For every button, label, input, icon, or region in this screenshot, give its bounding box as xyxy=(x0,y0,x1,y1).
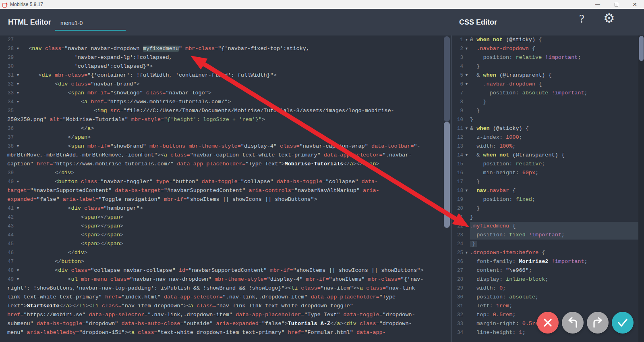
fold-arrow-icon[interactable]: ▼ xyxy=(463,35,470,44)
tab-menu1-0[interactable]: menu1-0 xyxy=(60,20,83,26)
code-row[interactable]: target="#navbarSupportedContent" data-bs… xyxy=(0,186,451,195)
code-row[interactable]: 7 position: absolute !important; xyxy=(451,89,638,98)
maximize-icon[interactable] xyxy=(607,0,625,9)
code-row[interactable]: 49▼ <ul mbr-menu class="navbar-nav nav-d… xyxy=(0,275,451,284)
fold-arrow-icon[interactable]: ▼ xyxy=(14,142,22,151)
code-row[interactable]: 31▼ <div mbr-class="{'container': !fullW… xyxy=(0,71,451,80)
code-row[interactable]: 16 min-height: 60px; xyxy=(451,169,638,177)
code-row[interactable]: expanded="false" aria-label="Toggle navi… xyxy=(0,195,451,204)
code-row[interactable]: 41▼ <div class="hamburger"> xyxy=(0,204,451,213)
code-row[interactable]: 47 </button> xyxy=(0,257,451,266)
fold-arrow-icon[interactable]: ▼ xyxy=(463,248,470,257)
code-row[interactable]: 12 z-index: 1000; xyxy=(451,133,638,142)
fold-arrow-icon[interactable]: ▼ xyxy=(463,71,470,80)
code-row[interactable]: 44 <span></span> xyxy=(0,231,451,240)
apply-button[interactable] xyxy=(612,312,634,334)
fold-arrow-icon[interactable]: ▼ xyxy=(14,275,22,284)
code-row[interactable]: 34▼ <a href="https://www.mobirise-tutori… xyxy=(0,98,451,106)
code-row[interactable]: 26 font-family: Moririse2 !important; xyxy=(451,257,638,266)
code-row[interactable]: 30 'collapsed':collapsed}"> xyxy=(0,62,451,71)
code-row[interactable]: right': !showButtons,'navbar-nav-top-pad… xyxy=(0,284,451,293)
code-row[interactable]: mbrBtnMove,-mbrBtnAdd,-mbrBtnRemove,-ico… xyxy=(0,151,451,160)
code-row[interactable]: 2▼ .navbar-dropdown { xyxy=(451,44,638,53)
settings-gear-icon[interactable]: ⚙ xyxy=(603,10,615,26)
css-scrollbar-track[interactable] xyxy=(638,35,644,342)
code-row[interactable]: 10} xyxy=(451,115,638,124)
undo-button[interactable] xyxy=(562,312,584,334)
code-row[interactable]: link text-white text-primary" href="inde… xyxy=(0,293,451,302)
code-row[interactable]: 8 } xyxy=(451,98,638,106)
code-row[interactable]: 4 } xyxy=(451,62,638,71)
css-scrollbar-thumb[interactable] xyxy=(639,36,644,61)
fold-arrow-icon[interactable]: ▼ xyxy=(14,204,22,213)
redo-button[interactable] xyxy=(587,312,609,334)
html-scrollbar-thumb[interactable] xyxy=(444,122,450,228)
code-row[interactable]: 27 content: "\e966"; xyxy=(451,266,638,275)
code-row[interactable]: caption" href="https://www.mobirise-tuto… xyxy=(0,160,451,169)
code-row[interactable]: 32▼ <div class="navbar-brand"> xyxy=(0,80,451,89)
code-row[interactable]: 33▼ <span mbr-if="showLogo" class="navba… xyxy=(0,89,451,98)
code-row[interactable]: 9 } xyxy=(451,106,638,115)
code-row[interactable]: 14▼ & when not (@transparent) { xyxy=(451,151,638,160)
fold-arrow-icon[interactable]: ▼ xyxy=(463,222,470,231)
fold-arrow-icon[interactable]: ▼ xyxy=(14,80,22,89)
code-row[interactable]: 19 position: fixed; xyxy=(451,195,638,204)
discard-button[interactable] xyxy=(537,312,559,334)
code-row[interactable]: 31 left: 1rem; xyxy=(451,302,638,311)
code-row[interactable]: 13 width: 100%; xyxy=(451,142,638,151)
code-row[interactable]: 18▼ nav.navbar { xyxy=(451,186,638,195)
code-row[interactable]: 40▼ <button class="navbar-toggler" type=… xyxy=(0,177,451,186)
minimize-icon[interactable]: — xyxy=(588,0,607,9)
code-row[interactable]: 3 position: relative !important; xyxy=(451,53,638,62)
code-row[interactable]: 35 <img src="file:///C:/Users/Thoma/Docu… xyxy=(0,106,451,115)
code-row[interactable]: Text">Startseite</a></li><li class="nav-… xyxy=(0,302,451,311)
code-row[interactable]: 250x250.png" alt="Mobirise-Tutorials" mb… xyxy=(0,115,451,124)
code-row[interactable]: 11▼& when (@sticky) { xyxy=(451,124,638,133)
code-row[interactable]: 27 xyxy=(0,35,451,44)
code-row[interactable]: 45 <span></span> xyxy=(0,240,451,248)
fold-arrow-icon[interactable]: ▼ xyxy=(14,89,22,98)
fold-arrow-icon[interactable]: ▼ xyxy=(14,266,22,275)
code-row[interactable]: 37 </span> xyxy=(0,133,451,142)
code-row[interactable]: 23 position: fixed !important; xyxy=(451,231,638,240)
code-row[interactable]: 15 position: relative; xyxy=(451,160,638,169)
fold-arrow-icon[interactable]: ▼ xyxy=(463,44,470,53)
code-row[interactable]: 24} xyxy=(451,240,638,248)
code-row[interactable]: 25▼.dropdown-item:before { xyxy=(451,248,638,257)
code-row[interactable]: 20 } xyxy=(451,204,638,213)
html-code-editor[interactable]: 2728▼ <nav class="navbar navbar-dropdown… xyxy=(0,35,451,342)
help-icon[interactable]: ? xyxy=(579,12,584,25)
code-row[interactable]: 6▼ .navbar-dropdown { xyxy=(451,80,638,89)
code-row[interactable]: 1▼& when not (@sticky) { xyxy=(451,35,638,44)
code-row[interactable]: 36 </a> xyxy=(0,124,451,133)
code-row[interactable]: 28 display: inline-block; xyxy=(451,275,638,284)
fold-arrow-icon[interactable]: ▼ xyxy=(14,44,22,53)
code-row[interactable]: 17 } xyxy=(451,177,638,186)
code-row[interactable]: 5▼ & when (@transparent) { xyxy=(451,71,638,80)
code-row[interactable]: 28▼ <nav class="navbar navbar-dropdown m… xyxy=(0,44,451,53)
code-row[interactable]: 39 </div> xyxy=(0,169,451,177)
fold-arrow-icon[interactable]: ▼ xyxy=(14,71,22,80)
code-row[interactable]: 22▼.myfixedmenu { xyxy=(451,222,638,231)
fold-arrow-icon[interactable]: ▼ xyxy=(463,186,470,195)
fold-arrow-icon[interactable]: ▼ xyxy=(463,80,470,89)
fold-arrow-icon[interactable]: ▼ xyxy=(463,151,470,160)
close-icon[interactable]: ✕ xyxy=(625,0,644,9)
code-row[interactable]: href="https://mobiri.se" data-app-select… xyxy=(0,311,451,319)
css-code-editor[interactable]: 1▼& when not (@sticky) {2▼ .navbar-dropd… xyxy=(451,35,638,342)
code-row[interactable]: 43 <span></span> xyxy=(0,222,451,231)
html-scrollbar-track[interactable] xyxy=(444,36,450,122)
code-row[interactable]: menu" aria-labelledby="dropdown-151"><a … xyxy=(0,328,451,337)
fold-arrow-icon[interactable]: ▼ xyxy=(463,124,470,133)
code-row[interactable]: 30 position: absolute; xyxy=(451,293,638,302)
code-row[interactable]: 48▼ <div class="collapse navbar-collapse… xyxy=(0,266,451,275)
code-row[interactable]: 21} xyxy=(451,213,638,222)
fold-arrow-icon[interactable]: ▼ xyxy=(14,177,22,186)
fold-arrow-icon[interactable]: ▼ xyxy=(14,98,22,106)
code-row[interactable]: 29 width: 0; xyxy=(451,284,638,293)
code-row[interactable]: submenu" data-bs-toggle="dropdown" data-… xyxy=(0,319,451,328)
code-row[interactable]: 29 'navbar-expand-lg':!collapsed, xyxy=(0,53,451,62)
code-row[interactable]: 42 <span></span> xyxy=(0,213,451,222)
code-row[interactable]: 38▼ <span mbr-if="showBrand" mbr-buttons… xyxy=(0,142,451,151)
code-row[interactable]: 46 </div> xyxy=(0,248,451,257)
